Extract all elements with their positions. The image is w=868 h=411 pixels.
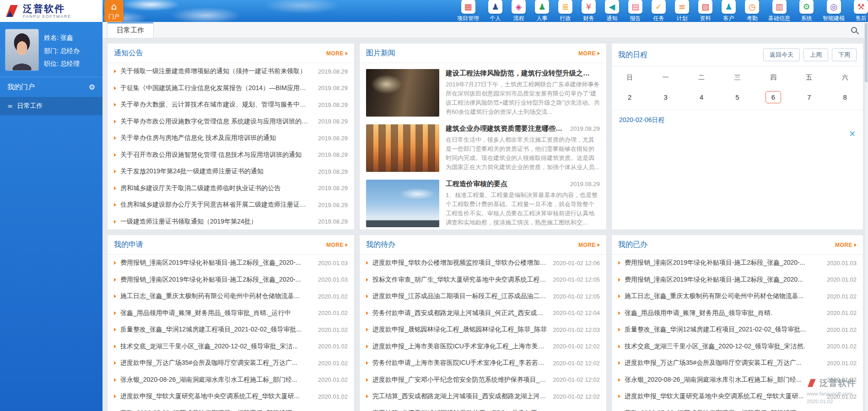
- nav-module-label: 考勤: [747, 15, 758, 22]
- calendar-date-cell[interactable]: 8: [827, 91, 863, 103]
- application-item[interactable]: 张鑫_用品领用申请_账簿_财务用品_领导审批_肖晴._运行中 2020.01.0…: [108, 305, 354, 322]
- todo-item[interactable]: 进度款申报_晟铭园林绿化工程_晟铭园林绿化工程_陈菲_陈菲 2020-01-02…: [360, 321, 606, 338]
- news-item[interactable]: 建设工程法律风险防范，建筑行业转型升级之路沙龙活动 2019年7月27日下午，土…: [366, 68, 600, 123]
- sidebar-item-my-portal[interactable]: 我的门户 ⚙: [0, 77, 102, 97]
- done-item[interactable]: 质量整改_张鑫_华润12城房建工程项目_2021-02-02_领导审批... 2…: [612, 321, 863, 338]
- todo-item[interactable]: 进度款申报_华软办公楼增加视频监控项目_华软办公楼增加视频... 2020-01…: [360, 255, 606, 272]
- top-nav-item[interactable]: ¥ 财务: [582, 0, 596, 22]
- done-item[interactable]: 进度款申报_万达广场35#会所及咖啡厅空调安装工程_万达广... 2020.01…: [612, 355, 863, 372]
- top-nav-item[interactable]: ✓ 任务: [652, 0, 666, 22]
- done-item[interactable]: 张鑫_用品领用申请_账簿_财务用品_领导审批_肖晴. 2020.01.02: [612, 305, 863, 322]
- calendar-date-cell[interactable]: 7: [791, 91, 827, 103]
- user-profile: 姓名: 张鑫 部门: 总经办 职位: 总经理: [0, 22, 102, 77]
- bullet-icon: [114, 69, 116, 73]
- news-item-title[interactable]: 工程造价审核的要点: [446, 180, 566, 188]
- application-item[interactable]: 进度款申报_华软大厦研究基地中央空调系统工程_华软大厦研... 2020.01.…: [108, 388, 354, 405]
- news-item-date: 2019.08.29: [570, 125, 600, 132]
- notice-text: 住房和城乡建设部办公厅关于同意吉林省开展二级建造师注册证书电...: [120, 201, 313, 209]
- gear-icon[interactable]: ⚙: [89, 83, 95, 91]
- bullet-icon: [114, 170, 116, 173]
- top-nav-item[interactable]: ≣ 行政: [558, 0, 572, 22]
- notice-date: 2019.08.29: [318, 218, 348, 225]
- search-icon[interactable]: [851, 27, 857, 33]
- top-nav-item[interactable]: ▧ 资料: [698, 0, 712, 22]
- sidebar-item-daily-work[interactable]: ∞ 日常工作: [0, 97, 102, 115]
- calendar-nav-button[interactable]: 上周: [803, 48, 828, 61]
- top-nav-item[interactable]: ⌂ 门户: [104, 0, 124, 22]
- todo-item[interactable]: 进度款申报_江苏成品油二期项目一标段工程_江苏成品油二期项... 2020-01…: [360, 288, 606, 305]
- close-icon[interactable]: ×: [849, 129, 856, 138]
- todo-item[interactable]: 完工结算_西安成都路龙湖上河城项目_西安成都路龙湖上河城... 2020-01-…: [360, 388, 606, 405]
- calendar-date-cell[interactable]: 5: [719, 91, 755, 103]
- done-item[interactable]: 技术交底_龙湖三千里小区_张鑫_2020-12-02_领导审批_宋洁然. 202…: [612, 338, 863, 355]
- todos-more-link[interactable]: MORE: [578, 242, 600, 248]
- todo-item[interactable]: 劳务付款申请_西安成都路龙湖上河城项目_何正武_西安成都路... 2020-01…: [360, 305, 606, 322]
- news-item-summary: 在日常生活中，很多人都非常关注施工资质的办理，尤其是一些部门需要相关的资质证书，…: [446, 135, 600, 172]
- top-nav-item[interactable]: ♟ 人事: [535, 0, 549, 22]
- notice-item[interactable]: 住房和城乡建设部办公厅关于同意吉林省开展二级建造师注册证书电... 2019.0…: [108, 197, 354, 214]
- top-nav-item[interactable]: ▦ 项目管理: [457, 0, 479, 22]
- news-item-title[interactable]: 建筑企业办理建筑资质需要注意哪些细节: [446, 124, 566, 133]
- top-nav-item[interactable]: ♟ 客户: [722, 0, 736, 22]
- application-item[interactable]: 技术交底_龙湖三千里小区_张鑫_2020-12-02_领导审批_宋洁... 20…: [108, 338, 354, 355]
- done-item[interactable]: 施工日志_张鑫_重庆太极制药有限公司亳州中药材仓储物流基... 2020.01.…: [612, 288, 863, 305]
- notice-item[interactable]: 关于举办市政公用设施数字化管理信息 系统建设与应用培训班的通知 2019.08.…: [108, 113, 354, 130]
- top-nav-item[interactable]: ◎ 智能建模: [823, 0, 845, 22]
- todo-item[interactable]: 进度款申报_广安邓小平纪念馆安全防范系统维护保养项目_广安... 2020-01…: [360, 372, 606, 389]
- scrollbar[interactable]: [864, 22, 868, 411]
- application-item[interactable]: 费用报销_潼南区2019年绿化补贴项目-施工2标段_张鑫_2020-... 20…: [108, 255, 354, 272]
- notice-item[interactable]: 房和城乡建设厅关于取消二级建造师临时执业证书的公告 2019.08.29: [108, 180, 354, 197]
- notice-item[interactable]: 于征集《中国建筑施工行业信息化发展报告（2014）—BIM应用与发... 201…: [108, 80, 354, 97]
- notice-item[interactable]: 关于召开市政公用设施智慧化管理 信息技术与应用培训班的通知 2019.08.29: [108, 147, 354, 164]
- news-item-title[interactable]: 建设工程法律风险防范，建筑行业转型升级之路沙龙活动: [446, 69, 595, 78]
- top-nav-item[interactable]: ⚒ 售后: [854, 0, 868, 22]
- calendar-nav-button[interactable]: 返回今天: [763, 48, 800, 61]
- todo-item[interactable]: 投标文件审查_胡广生_华软大厦研究基地中央空调系统工程_20... 2020-0…: [360, 272, 606, 288]
- done-item[interactable]: 萧敬_2020-05-22_江苏成品油二期项目一标段工程_部门经理... 202…: [612, 405, 863, 411]
- application-item[interactable]: 张永银_2020-08-26_湖南洞庭湖水库引水工程施工标_部门经... 202…: [108, 372, 354, 389]
- calendar-date-cell[interactable]: 2: [612, 91, 647, 103]
- notices-more-link[interactable]: MORE: [326, 50, 348, 57]
- news-more-link[interactable]: MORE: [578, 50, 600, 57]
- done-item[interactable]: 费用报销_潼南区2019年绿化补贴项目-施工2标段_张鑫_2020-... 20…: [612, 255, 863, 272]
- calendar-date-cell[interactable]: 6: [755, 91, 791, 103]
- nav-module-label: 智能建模: [823, 15, 845, 22]
- notice-item[interactable]: 关于发放2019年第24批一级建造师注册证书的通知 2019.08.29: [108, 163, 354, 180]
- application-item[interactable]: 进度款申报_万达广场35#会所及咖啡厅空调安装工程_万达广... 2020.01…: [108, 355, 354, 372]
- application-date: 2020.01.02: [318, 376, 348, 383]
- calendar-date-cell[interactable]: 4: [684, 91, 719, 103]
- top-nav-item[interactable]: ◷ 考勤: [745, 0, 759, 22]
- tab-daily-work[interactable]: 日常工作: [107, 22, 154, 38]
- todo-item[interactable]: 劳务付款申请_上海市美容医院ICU手术室净化工程_李若若_上... 2020-0…: [360, 355, 606, 372]
- notice-item[interactable]: 关于举办住房与房地产信息化 技术及应用培训班的通知 2019.08.29: [108, 130, 354, 147]
- applications-more-link[interactable]: MORE: [326, 242, 348, 248]
- application-item[interactable]: 质量整改_张鑫_华润12城房建工程项目_2021-02-02_领导审批... 2…: [108, 321, 354, 338]
- notice-item[interactable]: 关于举办大数据、云计算技术在城市建设、规划、管理与服务中的应... 2019.0…: [108, 96, 354, 113]
- application-item[interactable]: 萧敬_2020-05-22_江苏成品油二期项目一标段工程_部门经理... 202…: [108, 405, 354, 411]
- application-item[interactable]: 施工日志_张鑫_重庆太极制药有限公司亳州中药材仓储物流基... 2020.01.…: [108, 288, 354, 305]
- todo-item[interactable]: 完工结算_龙潭天街城15区设计采购施工（EPC）总承包工程_龙... 2020-…: [360, 405, 606, 411]
- top-nav-item[interactable]: ♟ 个人: [488, 0, 502, 22]
- notice-item[interactable]: 一级建造师注册证书领取通知（2019年第24批） 2019.08.29: [108, 214, 354, 230]
- avatar[interactable]: [5, 29, 38, 70]
- notice-item[interactable]: 关于领取一级注册建造师增项贴的通知（须持一建证书前来领取） 2019.08.29: [108, 63, 354, 80]
- top-nav-item[interactable]: ▤ 报告: [628, 0, 642, 22]
- scrollbar-thumb[interactable]: [865, 23, 868, 82]
- bullet-icon: [618, 361, 620, 365]
- calendar-date-cell[interactable]: 3: [647, 91, 683, 103]
- top-nav-item[interactable]: ⚙ 系统: [799, 0, 814, 22]
- top-nav-item[interactable]: ▥ 基础信息: [768, 0, 790, 22]
- calendar-nav-button[interactable]: 下周: [832, 48, 857, 61]
- done-date: 2020.01.02: [827, 343, 857, 350]
- top-nav-item[interactable]: ≡ 计划: [675, 0, 689, 22]
- top-nav-item[interactable]: ◈ 流程: [512, 0, 526, 22]
- news-item[interactable]: 工程造价审核的要点 2019.08.29 1、核准工程量。工程量是编制决算最基本…: [366, 178, 600, 230]
- done-text: 质量整改_张鑫_华润12城房建工程项目_2021-02-02_领导审批...: [625, 326, 821, 334]
- todo-item[interactable]: 进度款申报_上海市美容医院ICU手术室净化工程_上海市美容医... 2020-0…: [360, 338, 606, 355]
- done-item[interactable]: 费用报销_潼南区2019年绿化补贴项目-施工2标段_张鑫_2020... 202…: [612, 272, 863, 288]
- news-item[interactable]: 建筑企业办理建筑资质需要注意哪些细节 2019.08.29 在日常生活中，很多人…: [366, 123, 600, 178]
- done-more-link[interactable]: MORE: [835, 242, 857, 248]
- day-schedule-label: 2020-02-06日程: [619, 116, 665, 123]
- application-item[interactable]: 费用报销_潼南区2019年绿化补贴项目-施工2标段_张鑫_2020-... 20…: [108, 272, 354, 288]
- top-nav-item[interactable]: ◀ 通知: [605, 0, 619, 22]
